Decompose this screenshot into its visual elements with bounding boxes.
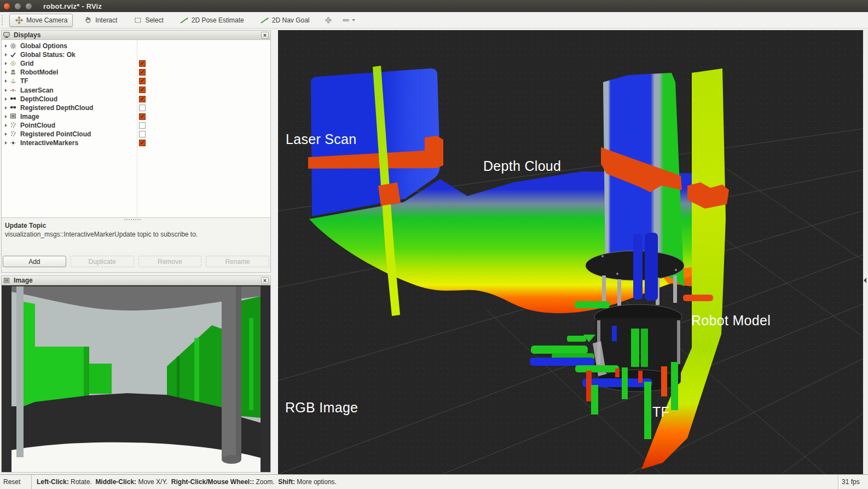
display-item-label: Image [20, 113, 39, 120]
enabled-checkbox[interactable] [139, 105, 146, 111]
depthcloud-icon [10, 104, 17, 111]
expand-arrow-icon[interactable] [5, 97, 7, 101]
expand-arrow-icon[interactable] [5, 71, 7, 74]
expand-arrow-icon[interactable] [5, 53, 7, 56]
grid-icon [10, 60, 17, 67]
display-item-global-options[interactable]: Global Options [2, 42, 270, 50]
gear-icon [10, 43, 17, 50]
tool-select-button[interactable]: Select [128, 14, 169, 27]
viewport-label-robot-model: Robot Model [691, 313, 771, 329]
displays-panel: Displays × Global OptionsGlobal Status: … [1, 30, 271, 273]
image-panel-header[interactable]: Image × [2, 276, 270, 285]
rename-button[interactable]: Rename [206, 256, 269, 267]
display-item-label: Grid [20, 60, 34, 67]
expand-arrow-icon[interactable] [5, 106, 7, 110]
3d-viewport[interactable]: Laser Scan Depth Cloud Robot Model RGB I… [278, 30, 863, 474]
enabled-checkbox[interactable]: ✓ [139, 96, 146, 102]
enabled-checkbox[interactable]: ✓ [139, 140, 146, 146]
display-item-robotmodel[interactable]: RobotModel✓ [2, 68, 270, 77]
nav-goal-arrow-icon [261, 16, 269, 24]
expand-arrow-icon[interactable] [5, 115, 7, 118]
display-item-label: RobotModel [20, 68, 58, 76]
pointcloud-icon [10, 122, 17, 129]
expand-arrow-icon[interactable] [5, 62, 7, 65]
display-item-label: Registered PointCloud [20, 130, 91, 138]
help-description: visualization_msgs::InteractiveMarkerUpd… [5, 231, 267, 238]
toolbar: Move CameraInteractSelect2D Pose Estimat… [0, 12, 868, 28]
tool-interact-button[interactable]: Interact [78, 14, 123, 27]
display-item-label: LaserScan [20, 87, 54, 94]
display-item-registered-pointcloud[interactable]: Registered PointCloud [2, 130, 270, 139]
window-maximize-button[interactable] [25, 3, 32, 10]
display-item-label: InteractiveMarkers [20, 139, 78, 147]
enabled-checkbox[interactable]: ✓ [139, 87, 146, 93]
fps-counter: 31 fps [838, 475, 866, 489]
viewport-label-rgb-image: RGB Image [285, 400, 358, 416]
close-icon[interactable]: × [261, 277, 269, 284]
display-item-tf[interactable]: TF✓ [2, 77, 270, 85]
main-area: Displays × Global OptionsGlobal Status: … [0, 28, 868, 474]
add-tool-icon [324, 16, 333, 24]
laserscan-icon [10, 87, 17, 94]
chevron-down-icon [352, 19, 355, 21]
display-item-depthcloud[interactable]: DepthCloud✓ [2, 95, 270, 103]
expand-arrow-icon[interactable] [5, 79, 7, 83]
display-item-label: DepthCloud [20, 95, 57, 103]
tool-2d-nav-goal-button[interactable]: 2D Nav Goal [255, 14, 315, 27]
tool-2d-pose-estimate-button[interactable]: 2D Pose Estimate [175, 14, 250, 27]
image-panel: Image × [1, 275, 271, 473]
display-item-label: Global Status: Ok [20, 51, 76, 59]
pointcloud-icon [10, 130, 17, 137]
display-item-interactivemarkers[interactable]: InteractiveMarkers✓ [2, 139, 270, 147]
enabled-checkbox[interactable]: ✓ [139, 60, 146, 67]
expand-arrow-icon[interactable] [5, 141, 7, 145]
display-item-image[interactable]: Image✓ [2, 112, 270, 121]
status-bar: Reset Left-Click: Rotate. Middle-Click: … [0, 474, 868, 489]
image-icon [10, 113, 17, 120]
reset-button[interactable]: Reset [0, 475, 32, 489]
window-close-button[interactable] [3, 3, 10, 10]
duplicate-button[interactable]: Duplicate [71, 256, 134, 267]
3d-scene[interactable] [278, 30, 863, 474]
right-panel-splitter[interactable] [863, 30, 868, 474]
display-item-laserscan[interactable]: LaserScan✓ [2, 85, 270, 94]
displays-panel-header[interactable]: Displays × [2, 31, 270, 40]
tool-move-camera-button[interactable]: Move Camera [9, 14, 73, 27]
monitor-icon [3, 32, 11, 39]
display-item-registered-depthcloud[interactable]: Registered DepthCloud [2, 103, 270, 112]
tf-axes-icon [10, 78, 17, 85]
close-icon[interactable]: × [261, 32, 269, 39]
pose-arrow-icon [180, 16, 189, 24]
remove-tool-button[interactable] [342, 16, 355, 24]
select-box-icon [134, 16, 142, 24]
tool-buttons: Move CameraInteractSelect2D Pose Estimat… [4, 14, 315, 27]
check-icon [10, 51, 17, 59]
interact-hand-icon [84, 16, 92, 24]
viewport-label-laser-scan: Laser Scan [286, 131, 356, 147]
add-button[interactable]: Add [3, 256, 66, 267]
image-icon [3, 277, 11, 284]
displays-panel-title: Displays [14, 31, 40, 39]
expand-arrow-icon[interactable] [5, 133, 7, 136]
expand-arrow-icon[interactable] [5, 89, 7, 92]
add-tool-button[interactable] [324, 16, 333, 24]
display-item-pointcloud[interactable]: PointCloud [2, 121, 270, 130]
display-item-grid[interactable]: Grid✓ [2, 59, 270, 68]
property-help-box: Update Topic visualization_msgs::Interac… [2, 217, 270, 252]
enabled-checkbox[interactable]: ✓ [139, 78, 146, 84]
displays-button-row: AddDuplicateRemoveRename [2, 252, 270, 271]
display-item-global-status-ok[interactable]: Global Status: Ok [2, 50, 270, 59]
tool-label: Interact [95, 16, 117, 24]
window-minimize-button[interactable] [14, 3, 21, 10]
remove-button[interactable]: Remove [138, 256, 202, 267]
tool-label: Select [145, 16, 163, 24]
tool-label: 2D Nav Goal [272, 16, 310, 24]
enabled-checkbox[interactable]: ✓ [139, 69, 146, 76]
enabled-checkbox[interactable] [139, 131, 146, 137]
enabled-checkbox[interactable] [139, 122, 146, 129]
enabled-checkbox[interactable]: ✓ [139, 113, 146, 120]
hint-action: More options. [295, 478, 340, 486]
collapse-arrow-icon[interactable] [864, 278, 866, 283]
expand-arrow-icon[interactable] [5, 124, 7, 127]
expand-arrow-icon[interactable] [5, 44, 7, 48]
